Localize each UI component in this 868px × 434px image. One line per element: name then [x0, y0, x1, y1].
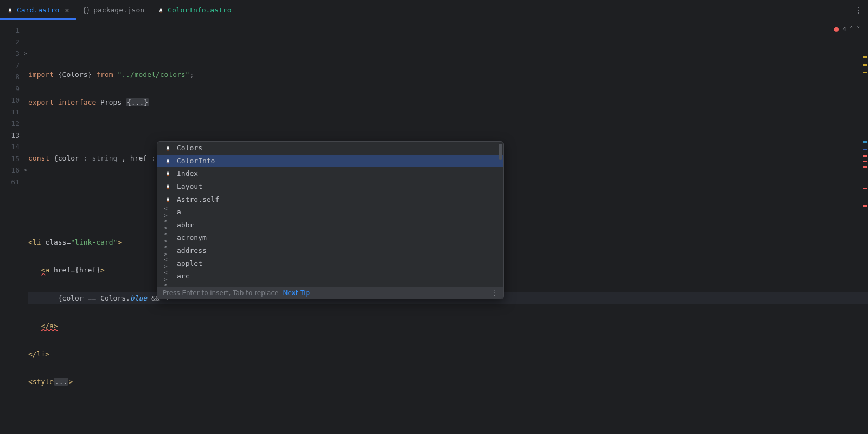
- completion-list: ColorsColorInfoIndexLayoutAstro.self< >a…: [157, 142, 503, 287]
- completion-item[interactable]: < >applet: [157, 257, 503, 270]
- inspection-widget[interactable]: ● 4 ˄ ˅: [832, 23, 863, 35]
- completion-label: address: [177, 246, 207, 254]
- completion-hint: Press Enter to insert, Tab to replace: [163, 289, 278, 297]
- tag-icon: < >: [164, 256, 171, 270]
- astro-icon: [164, 157, 171, 164]
- line-number[interactable]: 61: [0, 176, 26, 188]
- line-number[interactable]: 10: [0, 94, 26, 106]
- error-marker[interactable]: [863, 56, 867, 58]
- more-icon[interactable]: ⋮: [492, 289, 498, 297]
- error-marker[interactable]: [863, 64, 867, 66]
- error-marker[interactable]: [863, 72, 867, 73]
- error-marker[interactable]: [863, 161, 867, 162]
- completion-label: ColorInfo: [177, 157, 215, 165]
- tab-colorinfo-astro[interactable]: ColorInfo.astro: [151, 0, 238, 20]
- tag-icon: < >: [164, 244, 171, 258]
- tab-overflow-icon[interactable]: ⋮: [854, 5, 863, 15]
- code-text: ---: [28, 42, 41, 50]
- error-marker[interactable]: [863, 166, 867, 168]
- line-number[interactable]: 16>: [0, 164, 26, 176]
- completion-item[interactable]: < >area: [157, 283, 503, 287]
- folded-region[interactable]: {...}: [126, 98, 149, 106]
- completion-item[interactable]: Astro.self: [157, 193, 503, 206]
- error-icon: ●: [834, 24, 839, 34]
- tag-icon: < >: [164, 269, 171, 283]
- line-number[interactable]: 7: [0, 60, 26, 72]
- line-number[interactable]: 1: [0, 24, 26, 36]
- astro-icon: [164, 170, 171, 177]
- completion-label: area: [177, 285, 194, 287]
- folded-region[interactable]: ...: [54, 378, 68, 386]
- chevron-up-icon[interactable]: ˄: [850, 25, 853, 33]
- completion-label: Colors: [177, 144, 202, 152]
- completion-label: a: [177, 208, 181, 216]
- error-marker[interactable]: [863, 141, 867, 143]
- line-number[interactable]: 9: [0, 83, 26, 95]
- line-number[interactable]: 15: [0, 153, 26, 165]
- completion-popup: ColorsColorInfoIndexLayoutAstro.self< >a…: [157, 141, 504, 299]
- completion-label: arc: [177, 272, 189, 280]
- tab-bar: Card.astro × {} package.json ColorInfo.a…: [0, 0, 868, 21]
- astro-icon: [164, 144, 171, 151]
- line-number[interactable]: 14: [0, 141, 26, 153]
- error-stripe[interactable]: [861, 21, 868, 434]
- next-tip-link[interactable]: Next Tip: [283, 289, 310, 297]
- completion-item[interactable]: < >address: [157, 244, 503, 257]
- completion-label: Layout: [177, 182, 202, 190]
- tab-label: ColorInfo.astro: [168, 6, 231, 14]
- completion-item[interactable]: < >arc: [157, 270, 503, 283]
- line-number[interactable]: [0, 188, 26, 200]
- tab-label: package.json: [93, 6, 144, 14]
- close-icon[interactable]: ×: [65, 6, 69, 15]
- error-marker[interactable]: [863, 155, 867, 157]
- line-number[interactable]: 13: [0, 130, 26, 142]
- astro-icon: [164, 196, 171, 203]
- completion-label: acronym: [177, 233, 207, 241]
- tag-icon: < >: [164, 282, 171, 287]
- error-marker[interactable]: [863, 205, 867, 207]
- tab-package-json[interactable]: {} package.json: [76, 0, 151, 20]
- completion-item[interactable]: < >a: [157, 206, 503, 219]
- chevron-down-icon[interactable]: ˅: [857, 25, 860, 33]
- completion-footer: Press Enter to insert, Tab to replace Ne…: [157, 287, 503, 299]
- tag-icon: < >: [164, 218, 171, 232]
- line-number[interactable]: 3>: [0, 48, 26, 60]
- completion-item[interactable]: Index: [157, 167, 503, 180]
- completion-label: abbr: [177, 221, 194, 229]
- completion-item[interactable]: Layout: [157, 180, 503, 193]
- scrollbar-thumb[interactable]: [499, 144, 502, 160]
- completion-item[interactable]: < >acronym: [157, 231, 503, 244]
- line-number[interactable]: 11: [0, 106, 26, 118]
- completion-item[interactable]: Colors: [157, 142, 503, 155]
- tab-card-astro[interactable]: Card.astro ×: [0, 0, 76, 20]
- error-marker[interactable]: [863, 149, 867, 150]
- error-count: 4: [842, 25, 846, 33]
- line-number[interactable]: 2: [0, 36, 26, 48]
- completion-label: Astro.self: [177, 195, 219, 203]
- error-marker[interactable]: [863, 188, 867, 189]
- completion-label: Index: [177, 169, 198, 177]
- gutter: 1 2 3> 7 8 9 10 11 12 13 14 15 16> 61: [0, 21, 26, 434]
- completion-item[interactable]: < >abbr: [157, 219, 503, 232]
- tag-icon: < >: [164, 231, 171, 245]
- line-number[interactable]: 12: [0, 118, 26, 130]
- astro-icon: [7, 7, 14, 14]
- tab-label: Card.astro: [17, 6, 59, 14]
- tag-icon: < >: [164, 205, 171, 219]
- astro-icon: [157, 7, 164, 14]
- json-icon: {}: [82, 7, 90, 14]
- line-number[interactable]: 8: [0, 71, 26, 83]
- completion-label: applet: [177, 259, 202, 267]
- completion-item[interactable]: ColorInfo: [157, 155, 503, 168]
- astro-icon: [164, 183, 171, 190]
